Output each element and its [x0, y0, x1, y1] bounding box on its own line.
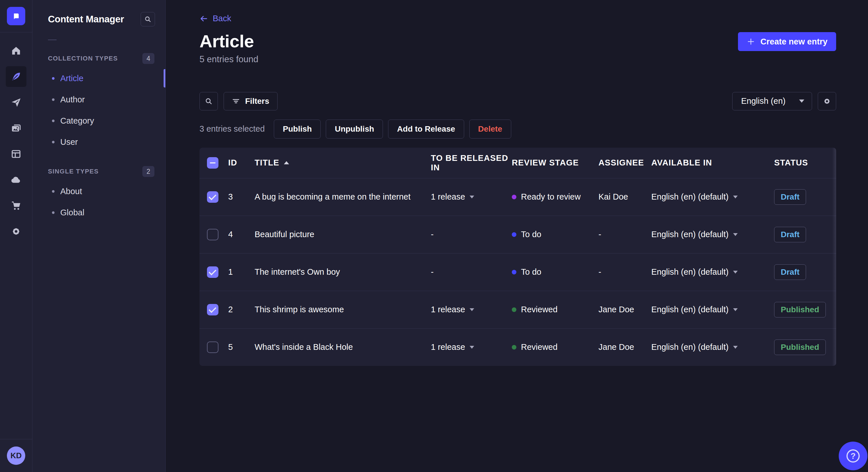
releases-paper-plane-icon[interactable] [6, 92, 26, 113]
cell-available-in-dropdown[interactable]: English (en) (default) [651, 305, 774, 314]
select-all-checkbox[interactable] [207, 157, 218, 169]
settings-gear-icon[interactable] [6, 221, 26, 242]
cell-id: 3 [228, 192, 255, 202]
sidebar-item-author[interactable]: Author [48, 89, 155, 110]
sidebar-item-about[interactable]: About [48, 181, 155, 202]
cell-review-stage: Ready to review [512, 192, 598, 202]
sidebar-item-user[interactable]: User [48, 131, 155, 153]
single-types-section: SINGLE TYPES 2 About Global [48, 165, 155, 223]
column-header-review-stage[interactable]: REVIEW STAGE [512, 158, 598, 167]
cell-released-dropdown[interactable]: 1 release [431, 192, 512, 202]
cell-title: This shrimp is awesome [255, 305, 431, 314]
home-icon[interactable] [6, 40, 26, 61]
cell-assignee: - [598, 230, 651, 239]
stage-dot-icon [512, 345, 516, 349]
help-button[interactable]: ? [839, 442, 867, 470]
table-row[interactable]: 4 Beautiful picture - To do - English (e… [199, 216, 836, 253]
cell-title: Beautiful picture [255, 230, 431, 239]
table-search-button[interactable] [199, 92, 218, 110]
table-row[interactable]: 5 What's inside a Black Hole 1 release R… [199, 328, 836, 366]
collection-types-label: COLLECTION TYPES [48, 55, 118, 62]
view-settings-button[interactable] [818, 92, 836, 110]
sidebar-item-article[interactable]: Article [48, 68, 155, 89]
cell-released-dropdown[interactable]: 1 release [431, 305, 512, 314]
strapi-logo-icon [10, 10, 22, 22]
cell-released: - [431, 230, 512, 239]
sidebar-divider [48, 40, 57, 40]
table-header-row: ID TITLE TO BE RELEASED IN REVIEW STAGE … [199, 148, 836, 178]
sort-ascending-icon [284, 161, 289, 164]
column-header-title[interactable]: TITLE [255, 158, 431, 167]
bullet-icon [52, 120, 55, 122]
bullet-icon [52, 211, 55, 214]
cell-review-stage: Reviewed [512, 305, 598, 314]
unpublish-button[interactable]: Unpublish [326, 120, 383, 138]
sidebar-item-category[interactable]: Category [48, 110, 155, 131]
column-header-status[interactable]: STATUS [774, 158, 836, 167]
column-header-id[interactable]: ID [228, 158, 255, 167]
question-mark-icon: ? [846, 449, 860, 463]
cell-id: 5 [228, 342, 255, 352]
content-manager-sidebar: Content Manager COLLECTION TYPES 4 Artic… [32, 0, 166, 472]
content-type-builder-layout-icon[interactable] [6, 144, 26, 164]
filters-button[interactable]: Filters [224, 92, 278, 110]
rail-bottom: KD [0, 439, 32, 472]
back-label: Back [213, 14, 231, 23]
gear-icon [823, 97, 831, 105]
arrow-left-icon [199, 14, 208, 23]
create-new-entry-button[interactable]: Create new entry [738, 32, 836, 51]
row-checkbox[interactable] [207, 341, 218, 353]
strapi-logo[interactable] [7, 7, 25, 25]
cell-released-dropdown[interactable]: 1 release [431, 342, 512, 352]
stage-dot-icon [512, 232, 516, 237]
user-avatar[interactable]: KD [7, 446, 25, 465]
sidebar-item-global[interactable]: Global [48, 202, 155, 223]
marketplace-cart-icon[interactable] [6, 195, 26, 216]
cell-available-in-dropdown[interactable]: English (en) (default) [651, 192, 774, 202]
logo-cell [0, 0, 32, 32]
cell-released: - [431, 267, 512, 277]
cell-review-stage: To do [512, 267, 598, 277]
column-header-released[interactable]: TO BE RELEASED IN [431, 154, 512, 172]
cell-assignee: - [598, 267, 651, 277]
cell-available-in-dropdown[interactable]: English (en) (default) [651, 267, 774, 277]
media-library-images-icon[interactable] [6, 118, 26, 138]
cloud-icon[interactable] [6, 169, 26, 190]
add-to-release-button[interactable]: Add to Release [388, 120, 464, 138]
table-row[interactable]: 1 The internet's Own boy - To do - Engli… [199, 253, 836, 291]
delete-button[interactable]: Delete [469, 120, 511, 138]
cell-id: 4 [228, 230, 255, 239]
chevron-down-icon [470, 196, 474, 198]
chevron-down-icon [733, 271, 738, 274]
row-checkbox[interactable] [207, 304, 218, 315]
cell-title: The internet's Own boy [255, 267, 431, 277]
search-icon [144, 15, 152, 23]
bullet-icon [52, 141, 55, 143]
locale-select[interactable]: English (en) [732, 92, 812, 110]
sidebar-search-button[interactable] [141, 12, 155, 26]
sidebar-item-label: Article [60, 74, 84, 83]
content-manager-feather-icon[interactable] [6, 66, 26, 87]
row-checkbox[interactable] [207, 191, 218, 203]
chevron-down-icon [733, 346, 738, 349]
column-header-available-in[interactable]: AVAILABLE IN [651, 158, 774, 167]
publish-button[interactable]: Publish [274, 120, 321, 138]
sidebar-item-label: About [60, 187, 82, 196]
back-link[interactable]: Back [199, 14, 231, 23]
row-checkbox[interactable] [207, 229, 218, 240]
entries-count: 5 entries found [199, 54, 836, 65]
table-row[interactable]: 3 A bug is becoming a meme on the intern… [199, 178, 836, 216]
bullet-icon [52, 77, 55, 80]
bullet-icon [52, 98, 55, 101]
search-icon [205, 97, 213, 105]
cell-title: A bug is becoming a meme on the internet [255, 192, 431, 202]
row-checkbox[interactable] [207, 266, 218, 278]
cell-available-in-dropdown[interactable]: English (en) (default) [651, 342, 774, 352]
cell-available-in-dropdown[interactable]: English (en) (default) [651, 230, 774, 239]
stage-dot-icon [512, 307, 516, 312]
table-row[interactable]: 2 This shrimp is awesome 1 release Revie… [199, 291, 836, 328]
cell-id: 2 [228, 305, 255, 314]
sidebar-item-label: User [60, 137, 78, 147]
column-header-assignee[interactable]: ASSIGNEE [598, 158, 651, 167]
chevron-down-icon [733, 308, 738, 311]
